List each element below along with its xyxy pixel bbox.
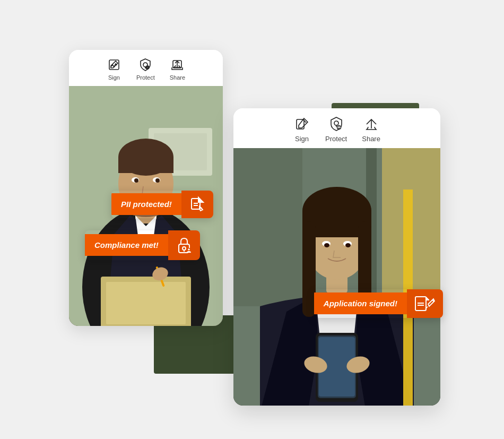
svg-point-46: [345, 243, 351, 247]
pii-badge-icon-area: [181, 191, 213, 218]
main-scene: Sign Protect: [53, 34, 451, 406]
pii-badge-text-area: PII protected!: [111, 193, 181, 215]
card-man: Sign Protect: [69, 50, 223, 326]
sign-icon-2: [293, 116, 310, 133]
signed-badge-text-area: Application signed!: [314, 292, 407, 314]
svg-rect-16: [118, 157, 173, 173]
share-label-1: Share: [170, 74, 185, 81]
toolbar-share-1[interactable]: Share: [170, 57, 185, 81]
sign-label-1: Sign: [108, 74, 120, 81]
protect-icon-2: [328, 116, 345, 133]
compliance-badge-text: Compliance met!: [94, 240, 159, 249]
woman-photo: [233, 148, 440, 406]
svg-point-61: [188, 248, 190, 251]
compliance-icon: [176, 236, 193, 255]
toolbar-protect-2[interactable]: Protect: [325, 116, 347, 143]
signed-icon: [414, 295, 436, 313]
card1-toolbar: Sign Protect: [69, 50, 223, 86]
compliance-badge: Compliance met!: [85, 230, 200, 260]
svg-point-45: [324, 243, 329, 247]
toolbar-sign-1[interactable]: Sign: [107, 57, 121, 81]
card2-toolbar: Sign Protect: [233, 108, 440, 148]
pii-badge-text: PII protected!: [121, 200, 172, 209]
signed-badge-text: Application signed!: [324, 299, 397, 308]
sign-icon: [107, 57, 121, 72]
protect-label-1: Protect: [136, 74, 155, 81]
compliance-badge-icon-area: [168, 230, 200, 260]
pii-badge: PII protected!: [111, 191, 213, 218]
svg-point-21: [155, 178, 160, 183]
share-icon-1: [170, 57, 185, 72]
sign-label-2: Sign: [295, 135, 309, 143]
protect-label-2: Protect: [325, 135, 347, 143]
toolbar-protect-1[interactable]: Protect: [136, 57, 155, 81]
signed-badge-icon-area: [407, 289, 443, 318]
share-icon-2: [363, 116, 380, 133]
protect-icon-1: [138, 57, 153, 72]
compliance-badge-text-area: Compliance met!: [85, 234, 168, 256]
svg-point-27: [334, 121, 338, 125]
svg-rect-35: [233, 148, 302, 306]
pii-icon: [189, 196, 206, 213]
card-woman: Sign Protect: [233, 108, 440, 406]
share-label-2: Share: [362, 135, 380, 143]
toolbar-share-2[interactable]: Share: [362, 116, 380, 143]
svg-rect-23: [106, 282, 186, 324]
svg-point-20: [134, 178, 138, 183]
toolbar-sign-2[interactable]: Sign: [293, 116, 310, 143]
svg-point-58: [183, 247, 186, 250]
signed-badge: Application signed!: [314, 289, 443, 318]
